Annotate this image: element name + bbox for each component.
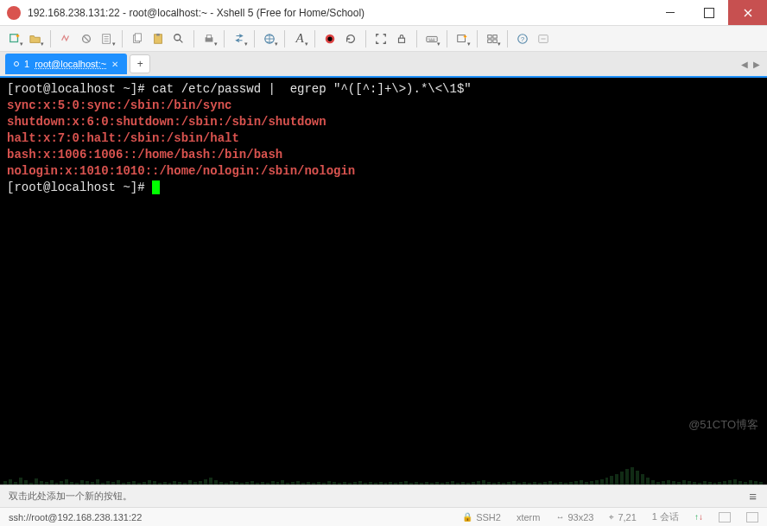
tab-next-icon[interactable]: ▶ — [753, 60, 760, 69]
font-icon[interactable]: A — [290, 29, 309, 48]
status-cursor-pos: ⌖7,21 — [609, 512, 636, 522]
status-bar: ssh://root@192.168.238.131:22 🔒SSH2 xter… — [0, 507, 767, 526]
terminal-line: [root@localhost ~]# cat /etc/passwd | eg… — [7, 81, 760, 98]
status-size: ↔93x23 — [555, 512, 593, 522]
tile-icon[interactable] — [483, 29, 502, 48]
tab-session-1[interactable]: 1 root@localhost:~ ✕ — [5, 54, 127, 74]
svg-rect-19 — [493, 39, 497, 42]
terminal-output: shutdown:x:6:0:shutdown:/sbin:/sbin/shut… — [7, 114, 760, 130]
tab-status-icon — [14, 61, 19, 66]
keyboard-icon[interactable] — [422, 29, 441, 48]
connection-string: ssh://root@192.168.238.131:22 — [9, 512, 447, 522]
separator — [284, 30, 285, 48]
separator — [507, 30, 508, 48]
maximize-button[interactable] — [689, 0, 728, 25]
paste-icon[interactable] — [149, 29, 168, 48]
terminal-output: sync:x:5:0:sync:/sbin:/bin/sync — [7, 98, 760, 114]
window-title: 192.168.238.131:22 - root@localhost:~ - … — [28, 7, 650, 19]
print-icon[interactable] — [200, 29, 219, 48]
toolbar: A ? — [0, 26, 767, 52]
svg-rect-4 — [135, 33, 141, 41]
watermark: @51CTO博客 — [688, 416, 758, 433]
traffic-icon: ↑↓ — [694, 513, 703, 522]
window-titlebar: 192.168.238.131:22 - root@localhost:~ - … — [0, 0, 767, 26]
lock-icon: 🔒 — [462, 512, 472, 522]
globe-icon[interactable] — [260, 29, 279, 48]
status-protocol: 🔒SSH2 — [462, 512, 501, 522]
properties-icon[interactable] — [98, 29, 117, 48]
terminal-output: nologin:x:1010:1010::/home/nologin:/sbin… — [7, 163, 760, 180]
tab-nav: ◀ ▶ — [741, 60, 760, 69]
help-icon[interactable]: ? — [513, 29, 532, 48]
separator — [224, 30, 225, 48]
open-icon[interactable] — [26, 29, 45, 48]
num-indicator — [746, 512, 758, 522]
tab-add-button[interactable]: + — [130, 54, 150, 73]
separator — [365, 30, 366, 48]
refresh-icon[interactable] — [341, 29, 360, 48]
separator — [254, 30, 255, 48]
separator — [193, 30, 194, 48]
terminal-output: bash:x:1006:1006::/home/bash:/bin/bash — [7, 147, 760, 163]
svg-rect-6 — [156, 33, 160, 35]
minimize-button[interactable] — [650, 0, 689, 25]
tab-bar: 1 root@localhost:~ ✕ + ◀ ▶ — [0, 52, 767, 76]
quick-buttons-bar[interactable]: 双击此处添加一个新的按钮。 ≡ — [0, 484, 767, 507]
status-term-type: xterm — [517, 512, 541, 522]
transfer-icon[interactable] — [230, 29, 249, 48]
new-window-icon[interactable] — [453, 29, 472, 48]
svg-rect-16 — [488, 35, 491, 38]
quick-buttons-hint: 双击此处添加一个新的按钮。 — [9, 490, 132, 503]
reconnect-icon[interactable] — [56, 29, 75, 48]
svg-text:?: ? — [521, 35, 525, 42]
svg-point-12 — [327, 36, 332, 41]
app-icon — [7, 6, 21, 20]
audio-visualizer — [0, 437, 767, 484]
caps-indicator — [719, 512, 731, 522]
separator — [314, 30, 315, 48]
tab-label: root@localhost:~ — [35, 59, 106, 69]
separator — [477, 30, 478, 48]
tab-index: 1 — [24, 59, 29, 69]
shortcut-icon[interactable] — [534, 29, 553, 48]
separator — [50, 30, 51, 48]
svg-point-7 — [174, 34, 181, 40]
status-sessions: 1 会话 — [652, 510, 679, 523]
separator — [447, 30, 447, 48]
svg-rect-17 — [493, 35, 497, 38]
window-controls — [650, 0, 767, 25]
svg-rect-18 — [488, 39, 491, 42]
size-icon: ↔ — [555, 512, 564, 522]
cursor-icon: ⌖ — [609, 512, 614, 522]
svg-rect-13 — [399, 38, 405, 42]
new-session-icon[interactable] — [5, 29, 24, 48]
copy-icon[interactable] — [128, 29, 147, 48]
terminal[interactable]: [root@localhost ~]# cat /etc/passwd | eg… — [0, 76, 767, 484]
lock-icon[interactable] — [392, 29, 411, 48]
menu-icon[interactable]: ≡ — [749, 489, 757, 504]
close-button[interactable] — [728, 0, 767, 25]
separator — [122, 30, 123, 48]
fullscreen-icon[interactable] — [371, 29, 390, 48]
find-icon[interactable] — [169, 29, 188, 48]
color-scheme-icon[interactable] — [320, 29, 339, 48]
disconnect-icon[interactable] — [77, 29, 96, 48]
svg-rect-9 — [206, 35, 211, 38]
terminal-prompt: [root@localhost ~]# — [7, 180, 760, 196]
terminal-output: halt:x:7:0:halt:/sbin:/sbin/halt — [7, 130, 760, 147]
separator — [416, 30, 417, 48]
tab-close-icon[interactable]: ✕ — [111, 60, 118, 69]
terminal-cursor — [152, 180, 160, 194]
tab-prev-icon[interactable]: ◀ — [741, 60, 748, 69]
